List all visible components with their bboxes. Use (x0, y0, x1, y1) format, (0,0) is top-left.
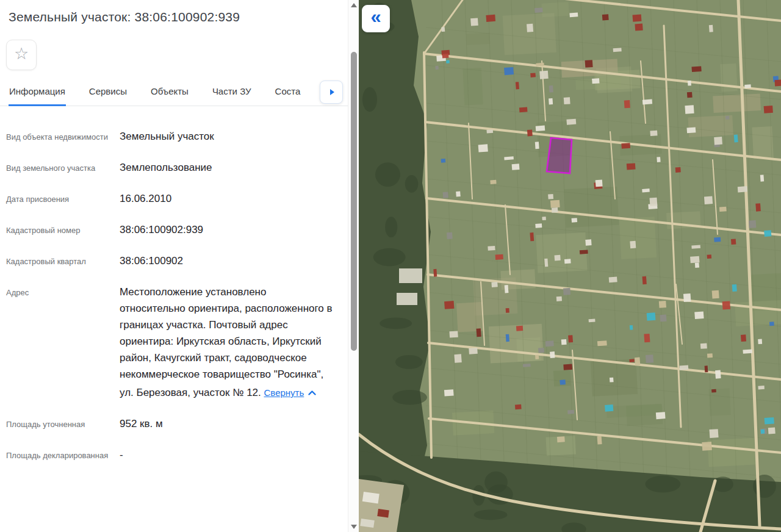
field-label: Вид земельного участка (6, 159, 120, 175)
chevrons-left-icon: « (370, 7, 381, 26)
panel-scroll-area: Земельный участок: 38:06:100902:939 ☆ Ин… (0, 0, 348, 532)
field-value: Землепользование (120, 159, 212, 176)
page-title: Земельный участок: 38:06:100902:939 (9, 10, 339, 24)
field-label: Адрес (6, 284, 120, 300)
highlighted-parcel-polygon[interactable] (547, 138, 572, 173)
parcel-info-panel: Земельный участок: 38:06:100902:939 ☆ Ин… (0, 0, 359, 532)
field-row-object-kind: Вид объекта недвижимости Земельный участ… (0, 128, 348, 145)
field-value: 16.06.2010 (120, 190, 171, 207)
field-label: Кадастровый номер (6, 221, 120, 237)
field-row-area-declared: Площадь декларированная - (0, 447, 348, 463)
tab-bar: Информация Сервисы Объекты Части ЗУ Сост… (0, 85, 348, 106)
scroll-up-arrow-icon[interactable] (351, 3, 357, 7)
field-value: 38:06:100902 (120, 253, 183, 269)
tabs-scroll-right-button[interactable] (320, 81, 343, 104)
parcel-fields: Вид объекта недвижимости Земельный участ… (0, 128, 348, 463)
favorite-button[interactable]: ☆ (6, 40, 37, 70)
field-row-area-refined: Площадь уточненная 952 кв. м (0, 415, 348, 432)
field-label: Площадь уточненная (6, 415, 120, 431)
collapse-panel-button[interactable]: « (362, 5, 390, 32)
satellite-map-svg (359, 0, 781, 532)
field-label: Площадь декларированная (6, 447, 120, 462)
tab-information[interactable]: Информация (9, 85, 66, 106)
field-row-cadastral-quarter: Кадастровый квартал 38:06:100902 (0, 253, 348, 269)
field-value: 38:06:100902:939 (120, 221, 203, 238)
scroll-down-arrow-icon[interactable] (351, 525, 357, 529)
star-icon: ☆ (14, 46, 29, 62)
tab-objects[interactable]: Объекты (150, 85, 189, 106)
app-window: Земельный участок: 38:06:100902:939 ☆ Ин… (0, 0, 781, 532)
field-row-address: Адрес Местоположение установлено относит… (0, 284, 348, 401)
address-collapse-link[interactable]: Свернуть (264, 384, 317, 401)
field-label: Дата присвоения (6, 190, 120, 206)
chevron-right-icon (330, 89, 334, 95)
field-row-cadastral-number: Кадастровый номер 38:06:100902:939 (0, 221, 348, 238)
address-text: Местоположение установлено относительно … (120, 286, 333, 398)
field-value: Земельный участок (120, 128, 214, 145)
field-row-parcel-kind: Вид земельного участка Землепользование (0, 159, 348, 176)
scrollbar-thumb[interactable] (351, 52, 357, 351)
field-value: 952 кв. м (120, 415, 163, 432)
panel-scrollbar[interactable] (348, 0, 359, 532)
field-label: Вид объекта недвижимости (6, 128, 120, 144)
tab-services[interactable]: Сервисы (88, 85, 128, 106)
field-row-assign-date: Дата присвоения 16.06.2010 (0, 190, 348, 207)
tab-parcel-parts[interactable]: Части ЗУ (212, 85, 252, 106)
chevron-up-icon (308, 390, 316, 395)
field-value: - (120, 447, 123, 463)
tab-composition[interactable]: Соста (275, 85, 301, 106)
satellite-map[interactable]: « (359, 0, 781, 532)
field-value: Местоположение установлено относительно … (120, 284, 334, 401)
field-label: Кадастровый квартал (6, 253, 120, 268)
